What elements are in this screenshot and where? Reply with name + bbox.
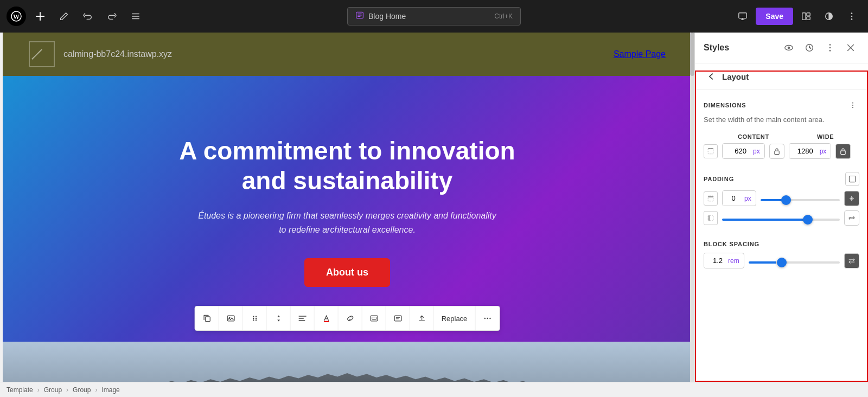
scrollbar-thumb[interactable] — [690, 33, 694, 76]
save-button[interactable]: Save — [756, 8, 793, 25]
padding-top-lock-button[interactable] — [844, 191, 859, 206]
padding-top-input[interactable] — [723, 191, 744, 206]
block-spacing-input-group: rem — [704, 253, 744, 268]
content-width-input[interactable] — [723, 144, 751, 158]
back-button[interactable] — [704, 69, 719, 84]
wide-label: WIDE — [817, 133, 834, 140]
svg-rect-22 — [372, 317, 376, 320]
move-button[interactable] — [267, 306, 291, 330]
padding-top-icon — [704, 144, 718, 158]
hero-title: A commitment to innovation and sustainab… — [157, 136, 537, 196]
padding-bottom-slider[interactable] — [722, 219, 840, 221]
copy-icon — [202, 314, 211, 323]
svg-point-32 — [829, 50, 831, 52]
exchange-icon — [848, 214, 856, 222]
wide-width-input[interactable] — [789, 144, 818, 158]
status-image[interactable]: Image — [101, 386, 119, 394]
svg-point-14 — [253, 316, 254, 317]
text-color-icon — [322, 314, 330, 323]
view-button[interactable] — [733, 7, 752, 26]
status-template[interactable]: Template — [7, 386, 33, 394]
block-spacing-slider-wrap[interactable] — [749, 256, 840, 266]
link-button[interactable] — [339, 306, 362, 330]
padding-section: PADDING px — [704, 172, 859, 226]
status-group2[interactable]: Group — [73, 386, 91, 394]
panel-more-button[interactable] — [821, 39, 839, 56]
style-button[interactable] — [819, 7, 839, 26]
wide-lock-button[interactable] — [835, 144, 851, 159]
status-group1[interactable]: Group — [44, 386, 62, 394]
sep2: › — [66, 386, 68, 394]
tools-button[interactable] — [54, 7, 74, 26]
close-panel-button[interactable] — [842, 39, 859, 56]
svg-point-16 — [253, 318, 254, 319]
content-lock-button[interactable] — [769, 144, 784, 159]
toolbar-right: Save — [733, 7, 861, 26]
command-palette[interactable]: Blog Home Ctrl+K — [347, 7, 521, 25]
redo-button[interactable] — [102, 7, 122, 26]
svg-point-30 — [829, 44, 831, 46]
wp-logo-icon: W — [11, 11, 22, 22]
padding-top-slider[interactable] — [761, 199, 840, 201]
padding-top-slider-wrap[interactable] — [761, 194, 840, 203]
hero-section: A commitment to innovation and sustainab… — [3, 76, 692, 342]
lock-filled-icon — [839, 148, 847, 155]
drag-icon — [250, 314, 259, 323]
drag-handle-button[interactable] — [243, 306, 267, 330]
scrollbar-track[interactable] — [690, 33, 694, 382]
more-block-options-button[interactable] — [475, 306, 499, 330]
hero-cta-button[interactable]: About us — [304, 258, 390, 287]
building-image — [3, 342, 692, 382]
list-icon — [131, 11, 141, 21]
history-button[interactable] — [801, 39, 818, 56]
block-spacing-options-button[interactable] — [844, 253, 859, 268]
eye-icon — [784, 43, 794, 53]
align-button[interactable] — [291, 306, 315, 330]
replace-button[interactable]: Replace — [434, 306, 476, 330]
block-spacing-input[interactable] — [704, 253, 726, 268]
preview-button[interactable] — [780, 39, 797, 56]
padding-bottom-slider-wrap[interactable] — [722, 213, 840, 223]
sub-header: Layout — [695, 63, 868, 90]
textbox-button[interactable] — [386, 306, 410, 330]
block-toolbar: Replace — [195, 306, 500, 331]
dim-labels-row: CONTENT WIDE — [704, 131, 859, 141]
wp-logo[interactable]: W — [7, 7, 26, 26]
sub-panel-title: Layout — [722, 72, 749, 81]
padding-title: PADDING — [704, 176, 734, 182]
nav-sample-page[interactable]: Sample Page — [614, 49, 666, 59]
svg-point-17 — [255, 318, 256, 319]
dimensions-more-button[interactable] — [846, 99, 859, 112]
more-options-button[interactable] — [842, 7, 861, 26]
undo-button[interactable] — [78, 7, 98, 26]
copy-block-button[interactable] — [195, 306, 219, 330]
dots-horizontal-icon — [483, 314, 492, 323]
add-block-button[interactable] — [30, 7, 50, 26]
plus-icon — [35, 11, 45, 21]
exchange2-icon — [848, 257, 856, 265]
block-spacing-slider[interactable] — [749, 261, 840, 264]
image-icon — [226, 314, 235, 323]
panel-header-actions — [780, 39, 859, 56]
svg-point-18 — [253, 319, 254, 321]
padding-corners-button[interactable] — [845, 172, 859, 186]
site-nav: Sample Page — [614, 49, 666, 59]
svg-point-24 — [484, 318, 485, 319]
padding-top-icon-box — [704, 191, 718, 206]
svg-point-19 — [255, 319, 256, 321]
pencil-icon — [59, 11, 69, 21]
svg-rect-4 — [802, 13, 806, 20]
panel-body: Dimensions Set the width of the main con… — [695, 90, 868, 382]
layout-button[interactable] — [796, 7, 816, 26]
doc-overview-button[interactable] — [126, 7, 145, 26]
upload-button[interactable] — [410, 306, 434, 330]
svg-point-31 — [829, 47, 831, 49]
chevron-updown-icon — [274, 314, 283, 323]
padding-top-unit: px — [744, 191, 756, 206]
canvas-content: calming-bb7c24.instawp.xyz Sample Page A… — [3, 33, 692, 382]
padding-bottom-lock-button[interactable] — [844, 210, 859, 226]
text-color-button[interactable] — [315, 306, 339, 330]
image-block-button[interactable] — [219, 306, 243, 330]
building-shape — [3, 342, 692, 382]
image-frame-button[interactable] — [362, 306, 386, 330]
